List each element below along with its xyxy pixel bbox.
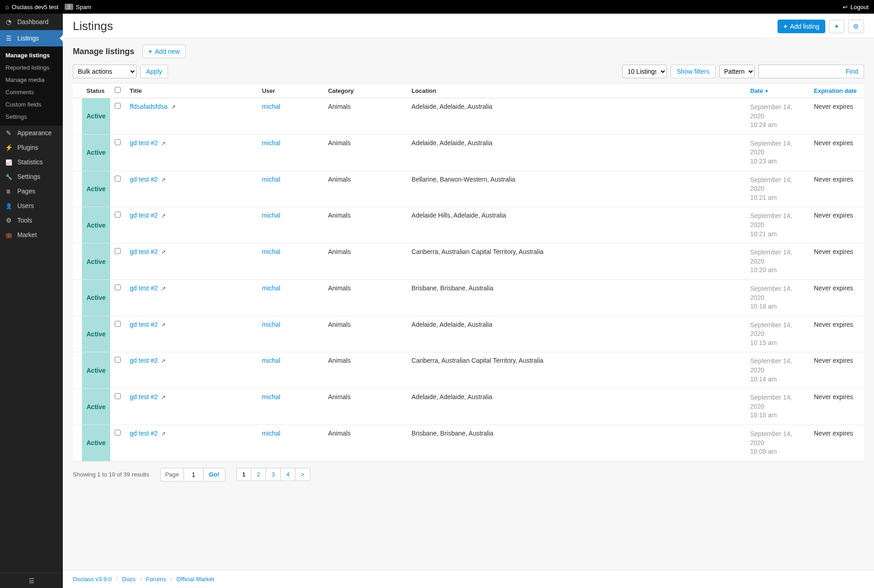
spam-link[interactable]: 2Spam	[65, 4, 91, 10]
user-link[interactable]: michal	[262, 103, 280, 110]
row-checkbox[interactable]	[115, 430, 121, 436]
user-link[interactable]: michal	[262, 393, 280, 400]
row-strip	[73, 425, 82, 461]
subnav-settings[interactable]: Settings	[0, 111, 63, 123]
sidebar-item-settings[interactable]: Settings	[0, 169, 63, 184]
pagination: Showing 1 to 10 of 39 results Page Go! 1…	[73, 468, 864, 482]
row-date: September 14, 202010:18 am	[746, 279, 809, 316]
external-link-icon[interactable]	[161, 358, 166, 364]
row-expiration: Never expires	[809, 98, 864, 135]
add-new-button[interactable]: Add new	[142, 45, 186, 58]
listing-title-link[interactable]: gd test #2	[130, 176, 158, 183]
page-number[interactable]: 1	[237, 468, 251, 481]
listing-title-link[interactable]: gd test #2	[130, 139, 158, 147]
row-checkbox[interactable]	[115, 393, 121, 399]
row-checkbox[interactable]	[115, 357, 121, 363]
sidebar-item-label: Appearance	[17, 129, 52, 137]
sidebar-item-market[interactable]: Market	[0, 228, 63, 242]
col-expiration[interactable]: Expiration date	[809, 83, 864, 98]
external-link-icon[interactable]	[161, 285, 166, 292]
external-link-icon[interactable]	[161, 177, 166, 183]
logout-link[interactable]: Logout	[843, 4, 869, 10]
add-listing-button[interactable]: Add listing	[777, 20, 825, 33]
sidebar-item-listings[interactable]: Listings	[0, 30, 63, 46]
listing-title-link[interactable]: gd test #2	[130, 357, 158, 364]
sidebar-item-users[interactable]: Users	[0, 198, 63, 213]
user-link[interactable]: michal	[262, 430, 280, 437]
user-link[interactable]: michal	[262, 321, 280, 328]
user-link[interactable]: michal	[262, 139, 280, 147]
check-all[interactable]	[115, 87, 121, 93]
row-checkbox[interactable]	[115, 321, 121, 327]
col-date[interactable]: Date	[746, 83, 809, 98]
sidebar-item-tools[interactable]: Tools	[0, 213, 63, 228]
page-number[interactable]: 2	[251, 468, 266, 481]
go-button[interactable]: Go!	[203, 468, 225, 481]
row-title: gd test #2	[125, 352, 257, 389]
bulk-actions-select[interactable]: Bulk actions	[73, 65, 137, 78]
user-link[interactable]: michal	[262, 176, 280, 183]
pattern-select[interactable]: Pattern	[719, 65, 755, 78]
listing-title-link[interactable]: ffdsafadsfdsa	[130, 103, 168, 110]
external-link-icon[interactable]	[161, 140, 166, 147]
expand-button[interactable]	[829, 20, 844, 33]
user-link[interactable]: michal	[262, 357, 280, 364]
subnav-reported-listings[interactable]: Reported listings	[0, 61, 63, 74]
sidebar-item-pages[interactable]: Pages	[0, 184, 63, 198]
find-button[interactable]: Find	[840, 65, 864, 78]
listing-title-link[interactable]: gd test #2	[130, 248, 158, 255]
sidebar-item-plugins[interactable]: Plugins	[0, 140, 63, 155]
external-link-icon[interactable]	[161, 394, 166, 400]
sidebar-item-statistics[interactable]: Statistics	[0, 155, 63, 169]
sidebar-item-appearance[interactable]: Appearance	[0, 126, 63, 140]
row-checkbox[interactable]	[115, 103, 121, 109]
sidebar-item-label: Tools	[17, 217, 32, 224]
row-user: michal	[257, 389, 323, 425]
listing-title-link[interactable]: gd test #2	[130, 212, 158, 219]
appearance-icon	[5, 129, 13, 137]
external-link-icon[interactable]	[171, 104, 176, 110]
search-input[interactable]	[758, 65, 840, 78]
external-link-icon[interactable]	[161, 249, 166, 255]
row-checkbox[interactable]	[115, 284, 121, 290]
row-title: gd test #2	[125, 171, 257, 207]
row-checkbox[interactable]	[115, 212, 121, 218]
row-checkbox[interactable]	[115, 176, 121, 182]
subnav-custom-fields[interactable]: Custom fields	[0, 98, 63, 111]
listing-title-link[interactable]: gd test #2	[130, 321, 158, 328]
footer-forums[interactable]: Forums	[146, 576, 166, 583]
show-filters-button[interactable]: Show filters	[671, 65, 715, 78]
sidebar-item-dashboard[interactable]: Dashboard	[0, 14, 63, 30]
sidebar-collapse[interactable]	[0, 573, 63, 588]
subnav-comments[interactable]: Comments	[0, 86, 63, 98]
apply-button[interactable]: Apply	[140, 65, 168, 78]
settings-button[interactable]	[848, 20, 864, 33]
table-row: Activeffdsafadsfdsa michalAnimalsAdelaid…	[73, 98, 864, 135]
col-category: Category	[324, 83, 407, 98]
page-number[interactable]: 4	[281, 468, 295, 481]
footer-version[interactable]: Osclass v3.9.0	[73, 576, 112, 583]
row-user: michal	[257, 98, 323, 135]
plus-icon	[148, 48, 152, 55]
plugins-icon	[5, 144, 13, 151]
user-link[interactable]: michal	[262, 212, 280, 219]
footer-official-market[interactable]: Official Market	[177, 576, 214, 583]
external-link-icon[interactable]	[161, 431, 166, 437]
subnav-manage-media[interactable]: Manage media	[0, 74, 63, 86]
listing-title-link[interactable]: gd test #2	[130, 393, 158, 400]
external-link-icon[interactable]	[161, 322, 166, 328]
user-link[interactable]: michal	[262, 248, 280, 255]
page-number[interactable]: >	[295, 468, 310, 481]
listing-title-link[interactable]: gd test #2	[130, 430, 158, 437]
footer-docs[interactable]: Docs	[122, 576, 136, 583]
count-select[interactable]: 10 Listings	[622, 65, 667, 78]
page-number[interactable]: 3	[266, 468, 280, 481]
listing-title-link[interactable]: gd test #2	[130, 284, 158, 292]
user-link[interactable]: michal	[262, 284, 280, 292]
row-checkbox[interactable]	[115, 139, 121, 145]
row-checkbox[interactable]	[115, 248, 121, 254]
external-link-icon[interactable]	[161, 213, 166, 219]
site-home-link[interactable]: Osclass dev5 test	[5, 4, 58, 10]
page-input[interactable]	[184, 468, 203, 481]
subnav-manage-listings[interactable]: Manage listings	[0, 49, 63, 61]
